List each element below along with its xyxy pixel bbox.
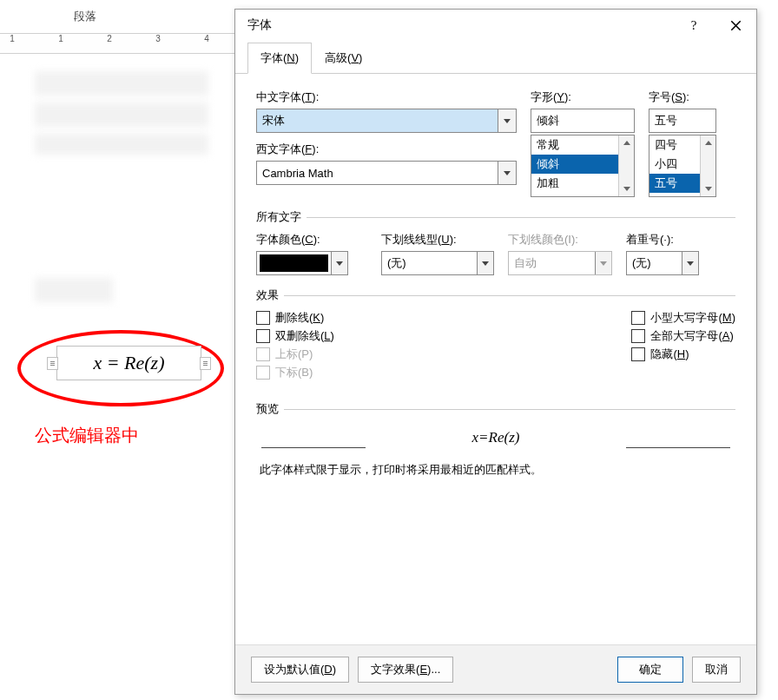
ok-button[interactable]: 确定 [617,657,683,683]
underline-style-select[interactable]: (无) [381,251,494,275]
all-text-label: 所有文字 [256,209,301,225]
tab-font[interactable]: 字体(N) [247,43,312,74]
font-color-label: 字体颜色(C): [256,232,367,248]
dialog-tabs: 字体(N) 高级(V) [235,42,756,74]
chevron-down-icon[interactable] [498,109,516,132]
font-style-label: 字形(Y): [531,89,635,105]
document-area: 段落 1123456 x = Re(z) 公式编辑器中 [0,0,234,700]
set-default-button[interactable]: 设为默认值(D) [251,657,349,683]
close-button[interactable] [715,10,756,41]
ribbon-group-paragraph: 段落 [74,9,96,24]
western-font-combo[interactable] [256,161,517,185]
underline-color-label: 下划线颜色(I): [508,232,612,248]
dialog-body: 中文字体(T): 西文字体(F): 字形(Y): 常规 倾斜 [235,74,756,500]
underline-style-label: 下划线线型(U): [381,232,494,248]
chevron-down-icon [595,252,611,274]
redacted-text [35,102,208,127]
redacted-text [35,278,113,302]
scroll-down-icon[interactable] [701,182,715,196]
tab-advanced[interactable]: 高级(V) [312,43,375,74]
equation-content: x = Re(z) [93,352,164,374]
chinese-font-label: 中文字体(T): [256,89,517,105]
chinese-font-input[interactable] [257,109,498,132]
dialog-titlebar[interactable]: 字体 ? [235,10,756,42]
redacted-text [35,71,208,96]
emphasis-select[interactable]: (无) [626,251,699,275]
chevron-down-icon[interactable] [331,252,347,274]
checkbox-hidden[interactable]: 隐藏(H) [631,347,735,362]
equation-placeholder[interactable]: x = Re(z) [56,346,201,380]
equation-handle-right[interactable] [200,357,211,370]
underline-color-select: 自动 [508,251,612,275]
scroll-up-icon[interactable] [701,135,715,150]
dialog-footer: 设为默认值(D) 文字效果(E)... 确定 取消 [235,644,756,694]
font-size-label: 字号(S): [649,89,716,105]
font-dialog: 字体 ? 字体(N) 高级(V) 中文字体(T): 西文字体(F): [234,9,757,695]
font-color-button[interactable] [256,251,348,275]
close-icon [730,20,742,31]
redacted-text [35,134,208,155]
text-effects-button[interactable]: 文字效果(E)... [358,657,453,683]
horizontal-ruler[interactable]: 1123456 [0,33,234,54]
chevron-down-icon[interactable] [682,252,698,274]
cancel-button[interactable]: 取消 [692,657,741,683]
font-size-listbox[interactable]: 四号 小四 五号 [649,135,716,197]
chevron-down-icon[interactable] [498,162,516,184]
preview-text: x=Re(z) [366,429,626,448]
preview-box: x=Re(z) [261,429,730,448]
western-font-label: 西文字体(F): [256,142,517,157]
scrollbar[interactable] [700,135,715,196]
scrollbar[interactable] [618,135,634,196]
font-size-input[interactable] [649,109,778,132]
preview-note: 此字体样式限于显示，打印时将采用最相近的匹配样式。 [260,462,732,478]
checkbox-superscript: 上标(P) [256,347,334,362]
scroll-up-icon[interactable] [619,135,634,150]
equation-handle-left[interactable] [47,357,58,370]
emphasis-label: 着重号(·): [626,232,699,248]
checkbox-small-caps[interactable]: 小型大写字母(M) [631,310,735,326]
preview-label: 预览 [256,401,279,417]
chevron-down-icon[interactable] [477,252,493,274]
western-font-input[interactable] [257,162,498,184]
help-button[interactable]: ? [673,10,715,41]
effects-label: 效果 [256,287,279,303]
font-size-input-wrap[interactable] [649,109,716,133]
checkbox-double-strikethrough[interactable]: 双删除线(L) [256,328,334,344]
annotation-text: 公式编辑器中 [35,424,139,447]
scroll-down-icon[interactable] [619,182,634,196]
font-style-listbox[interactable]: 常规 倾斜 加粗 [531,135,635,197]
dialog-title: 字体 [247,17,673,33]
checkbox-all-caps[interactable]: 全部大写字母(A) [631,328,735,344]
checkbox-strikethrough[interactable]: 删除线(K) [256,310,334,326]
checkbox-subscript: 下标(B) [256,365,334,380]
color-swatch [260,254,328,272]
chinese-font-combo[interactable] [256,109,517,133]
font-style-input-wrap[interactable] [531,109,635,133]
